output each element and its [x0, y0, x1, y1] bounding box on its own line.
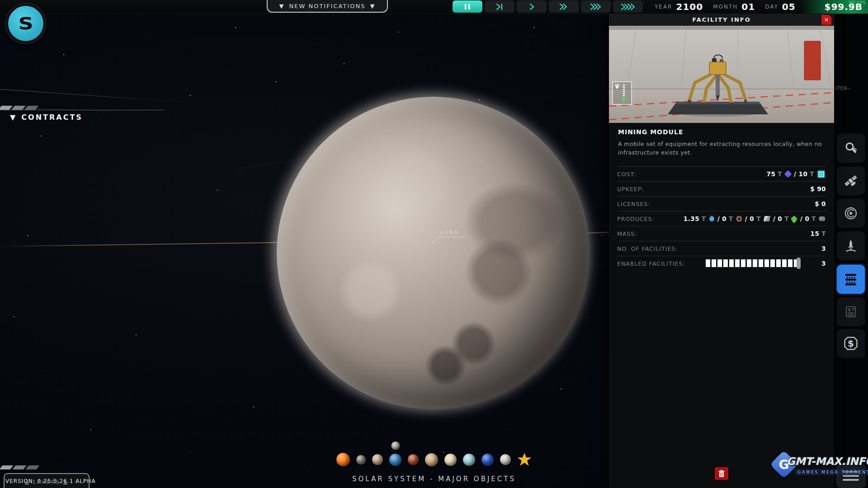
notifications-button[interactable]: ▼ NEW NOTIFICATIONS ▼ — [267, 0, 388, 13]
logo-letter: S — [18, 14, 33, 33]
top-bar: ▼ NEW NOTIFICATIONS ▼ — [0, 0, 868, 14]
luna-planet-render[interactable] — [277, 97, 590, 409]
search-icon — [844, 141, 858, 155]
mars-icon — [408, 454, 419, 465]
selected-moon-indicator-icon[interactable] — [391, 441, 400, 450]
fast-forward-icon — [558, 3, 569, 11]
play-icon — [528, 3, 535, 11]
game-date: YEAR 2100 MONTH 01 DAY 05 — [655, 0, 796, 14]
planet-saturn-button[interactable] — [444, 454, 457, 466]
enabled-facilities-label: ENABLED FACILITIES: — [617, 260, 685, 267]
module-thumbnail — [613, 82, 632, 104]
stat-row-cost: COST: 75T / 10T — [617, 166, 826, 181]
stat-row-licenses: LICENSES: $ 0 — [617, 196, 826, 211]
currency-badge-icon: $ — [843, 336, 859, 351]
hazard-stripes — [0, 106, 37, 110]
stat-row-facility-count: NO. OF FACILITIES: 3 — [617, 241, 826, 256]
sidebar-finance-report-button[interactable]: $ — [837, 297, 865, 326]
sun-icon — [336, 453, 350, 466]
quad-fast-forward-icon — [620, 3, 637, 11]
speed-fast-button[interactable] — [549, 0, 579, 13]
speed-pause-button[interactable] — [453, 0, 482, 13]
stat-row-upkeep: UPKEEP: $ 90 — [617, 181, 826, 196]
date-year: YEAR 2100 — [655, 1, 703, 12]
speed-faster-button[interactable] — [581, 0, 611, 13]
gem-resource-icon — [784, 170, 792, 178]
chevron-down-icon: ▼ — [10, 113, 17, 122]
planet-sun-button[interactable] — [336, 453, 350, 466]
notifications-label: NEW NOTIFICATIONS — [289, 3, 366, 9]
close-button[interactable]: ✕ — [821, 15, 831, 25]
satellite-icon — [844, 174, 858, 188]
year-label: YEAR — [655, 4, 672, 10]
contracts-label: CONTRACTS — [21, 113, 83, 122]
module-description: A mobile set of equipment for extracting… — [618, 140, 822, 157]
saturn-icon — [444, 454, 457, 466]
chip-resource-icon — [817, 170, 825, 178]
organics-resource-icon — [791, 215, 798, 222]
version-text: VERSION: 0.25.5.26.1 ALPHA — [5, 478, 95, 484]
pluto-icon — [500, 454, 511, 465]
finance-report-icon: $ — [844, 305, 858, 319]
svg-text:$: $ — [848, 307, 851, 312]
time-speed-controls — [453, 0, 643, 13]
facility-count-label: NO. OF FACILITIES: — [617, 245, 678, 252]
sidebar-search-button[interactable] — [837, 134, 865, 163]
right-toolbar: $ $ — [834, 0, 868, 488]
enabled-facilities-slider[interactable] — [706, 259, 799, 267]
fps-counter: 60 FPS — [849, 0, 866, 5]
game-logo-button[interactable]: S — [6, 4, 46, 43]
game-screen: LUNA ▼ NEW NOTIFICATIONS ▼ — [0, 0, 868, 488]
sidebar-satellites-button[interactable] — [837, 166, 865, 195]
planet-earth-button[interactable] — [389, 454, 401, 466]
mercury-icon — [356, 455, 366, 465]
rocket-icon — [844, 239, 858, 253]
licenses-label: LICENSES: — [617, 201, 651, 207]
planet-venus-button[interactable] — [372, 454, 383, 465]
clipped-label-fragment: ITER-- — [835, 86, 851, 91]
sidebar-orbits-button[interactable] — [837, 199, 865, 228]
date-month: MONTH 01 — [713, 1, 755, 12]
planet-uranus-button[interactable] — [463, 454, 475, 466]
cost-value: 75T / 10T — [767, 170, 826, 178]
speed-fastest-button[interactable] — [613, 0, 643, 13]
contracts-header[interactable]: ▼ CONTRACTS — [10, 113, 83, 122]
planet-jupiter-button[interactable] — [425, 453, 438, 466]
planet-pluto-button[interactable] — [500, 454, 511, 465]
mass-label: MASS: — [617, 230, 637, 237]
speed-step-button[interactable] — [485, 0, 514, 13]
produces-label: PRODUCES: — [617, 216, 655, 222]
uranus-icon — [463, 454, 475, 466]
hamburger-icon — [843, 471, 859, 473]
trash-icon — [718, 470, 725, 477]
sidebar-economy-button[interactable]: $ — [837, 329, 865, 358]
orbits-icon — [844, 206, 858, 221]
day-label: DAY — [765, 4, 778, 10]
triple-fast-forward-icon — [589, 3, 603, 11]
year-value: 2100 — [676, 1, 703, 12]
cost-label: COST: — [617, 171, 636, 178]
planet-mercury-button[interactable] — [356, 455, 366, 465]
sidebar-facilities-button[interactable] — [837, 265, 865, 294]
planet-mars-button[interactable] — [408, 454, 419, 465]
chevron-down-icon: ▼ — [370, 3, 375, 9]
upkeep-label: UPKEEP: — [617, 186, 644, 192]
luna-marker-dot — [432, 241, 434, 243]
star-icon — [517, 452, 532, 467]
planet-neptune-button[interactable] — [481, 454, 494, 466]
favorites-star-button[interactable] — [517, 452, 532, 467]
sidebar-launch-button[interactable] — [837, 231, 865, 260]
orbit-line — [0, 89, 194, 103]
svg-text:$: $ — [848, 338, 854, 349]
slider-handle[interactable] — [797, 258, 801, 269]
neptune-icon — [481, 454, 494, 466]
facilities-icon — [843, 271, 859, 287]
divider-line — [0, 110, 164, 110]
speed-play-button[interactable] — [517, 0, 547, 13]
menu-button[interactable] — [836, 464, 866, 488]
water-resource-icon — [708, 215, 715, 222]
date-day: DAY 05 — [765, 1, 795, 12]
step-icon — [495, 3, 505, 11]
delete-facility-button[interactable] — [715, 467, 728, 480]
facility-info-panel: FACILITY INFO ✕ MINING MODULE A mobile s… — [609, 14, 834, 488]
